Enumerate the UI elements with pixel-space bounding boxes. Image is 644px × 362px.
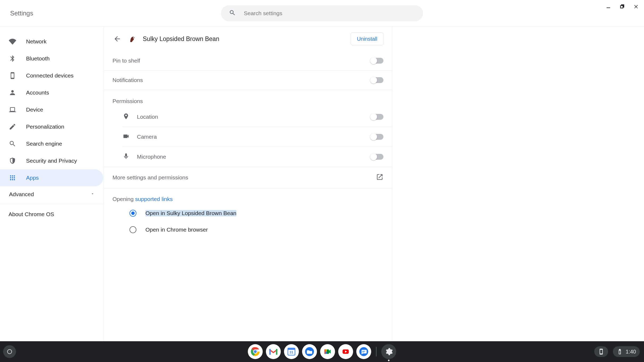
- sidebar-item-label: Network: [26, 38, 47, 45]
- location-toggle[interactable]: [370, 114, 383, 120]
- opening-header: Opening supported links: [104, 188, 392, 205]
- microphone-toggle[interactable]: [370, 154, 383, 160]
- notifications-toggle[interactable]: [370, 77, 383, 83]
- svg-point-1: [10, 175, 11, 177]
- svg-rect-19: [288, 348, 295, 350]
- sidebar-item-label: Security and Privacy: [26, 158, 77, 164]
- svg-point-5: [12, 177, 13, 179]
- search-box[interactable]: [221, 5, 423, 21]
- camera-icon: [123, 133, 129, 141]
- wifi-icon: [9, 38, 16, 46]
- location-icon: [123, 113, 129, 121]
- permission-label: Microphone: [137, 154, 166, 160]
- svg-rect-31: [362, 352, 364, 352]
- person-icon: [9, 89, 16, 97]
- search-input[interactable]: [244, 10, 415, 17]
- shelf-app-settings[interactable]: [381, 344, 396, 359]
- chevron-down-icon: [90, 192, 95, 197]
- pin-to-shelf-row: Pin to shelf: [104, 51, 392, 71]
- pen-icon: [9, 123, 16, 131]
- uninstall-button[interactable]: Uninstall: [351, 32, 383, 45]
- svg-point-4: [10, 177, 11, 179]
- supported-links-link[interactable]: supported links: [135, 196, 173, 202]
- battery-icon: [617, 348, 623, 355]
- svg-point-9: [14, 179, 15, 180]
- sidebar-item-label: Personalization: [26, 124, 64, 130]
- sidebar-item-security-privacy[interactable]: Security and Privacy: [0, 152, 103, 169]
- shelf-app-messages[interactable]: [356, 344, 371, 359]
- svg-point-7: [10, 179, 11, 180]
- radio-label: Open in Sulky Lopsided Brown Bean: [145, 210, 236, 216]
- radio-open-in-app[interactable]: [129, 210, 136, 217]
- svg-rect-17: [276, 349, 277, 355]
- sidebar-item-label: Bluetooth: [26, 55, 50, 62]
- shelf-separator: [376, 347, 377, 356]
- launcher-icon: [7, 349, 12, 354]
- permission-microphone: Microphone: [123, 147, 392, 167]
- shelf-app-meet[interactable]: [320, 344, 335, 359]
- sidebar-item-apps[interactable]: Apps: [0, 169, 103, 186]
- sidebar-about[interactable]: About Chrome OS: [0, 206, 104, 223]
- shelf-app-youtube[interactable]: [338, 344, 353, 359]
- sidebar-item-personalization[interactable]: Personalization: [0, 118, 103, 135]
- sidebar-item-device[interactable]: Device: [0, 101, 103, 118]
- notifications-label: Notifications: [112, 77, 143, 83]
- sidebar-item-connected-devices[interactable]: Connected devices: [0, 67, 103, 84]
- sidebar-item-label: Apps: [26, 175, 39, 181]
- more-settings-label: More settings and permissions: [112, 174, 188, 181]
- back-button[interactable]: [112, 34, 122, 44]
- divider: [0, 204, 104, 204]
- minimize-button[interactable]: [605, 3, 612, 10]
- shelf: 31 1:40: [0, 341, 644, 362]
- sidebar-item-network[interactable]: Network: [0, 33, 103, 50]
- search-icon: [229, 9, 236, 17]
- pin-toggle[interactable]: [370, 58, 383, 64]
- shelf-app-gmail[interactable]: [266, 344, 281, 359]
- status-tray[interactable]: 1:40: [613, 346, 640, 357]
- svg-rect-26: [324, 349, 325, 354]
- svg-point-10: [133, 37, 134, 38]
- launcher-button[interactable]: [3, 345, 16, 358]
- sidebar-item-bluetooth[interactable]: Bluetooth: [0, 50, 103, 67]
- advanced-label: Advanced: [9, 191, 34, 198]
- app-detail-panel: Sulky Lopsided Brown Bean Uninstall Pin …: [104, 27, 392, 341]
- page-title: Settings: [10, 10, 33, 17]
- permission-label: Camera: [137, 134, 157, 140]
- sidebar-item-label: Accounts: [26, 89, 49, 96]
- pin-label: Pin to shelf: [112, 57, 140, 64]
- phone-icon: [9, 72, 16, 80]
- bluetooth-icon: [9, 55, 16, 63]
- shelf-app-chrome[interactable]: [248, 344, 263, 359]
- sidebar-item-label: Device: [26, 106, 43, 113]
- svg-point-3: [14, 175, 15, 177]
- microphone-icon: [123, 153, 129, 161]
- radio-open-in-chrome[interactable]: [129, 226, 136, 233]
- open-in-app-option[interactable]: Open in Sulky Lopsided Brown Bean: [104, 205, 392, 221]
- app-name-title: Sulky Lopsided Brown Bean: [143, 35, 345, 43]
- search-engine-icon: [9, 140, 16, 148]
- shield-icon: [9, 157, 16, 165]
- close-button[interactable]: [633, 3, 639, 10]
- sidebar-advanced[interactable]: Advanced: [0, 186, 104, 202]
- open-external-icon: [376, 173, 383, 182]
- shelf-app-files[interactable]: [302, 344, 317, 359]
- open-in-chrome-option[interactable]: Open in Chrome browser: [104, 221, 392, 238]
- sidebar-item-accounts[interactable]: Accounts: [0, 84, 103, 101]
- more-settings-row[interactable]: More settings and permissions: [104, 167, 392, 188]
- notifications-row: Notifications: [104, 71, 392, 90]
- sidebar-item-search-engine[interactable]: Search engine: [0, 135, 103, 152]
- svg-text:31: 31: [290, 350, 294, 354]
- status-phone-pill[interactable]: [594, 346, 608, 357]
- svg-rect-16: [269, 349, 271, 355]
- radio-label: Open in Chrome browser: [145, 227, 208, 233]
- shelf-app-calendar[interactable]: 31: [284, 344, 299, 359]
- permissions-label: Permissions: [104, 90, 392, 107]
- camera-toggle[interactable]: [370, 134, 383, 140]
- svg-point-8: [12, 179, 13, 180]
- permission-location: Location: [123, 107, 392, 127]
- permission-camera: Camera: [123, 127, 392, 147]
- laptop-icon: [9, 106, 16, 114]
- apps-icon: [9, 174, 16, 182]
- svg-point-6: [14, 177, 15, 179]
- maximize-button[interactable]: [619, 3, 625, 10]
